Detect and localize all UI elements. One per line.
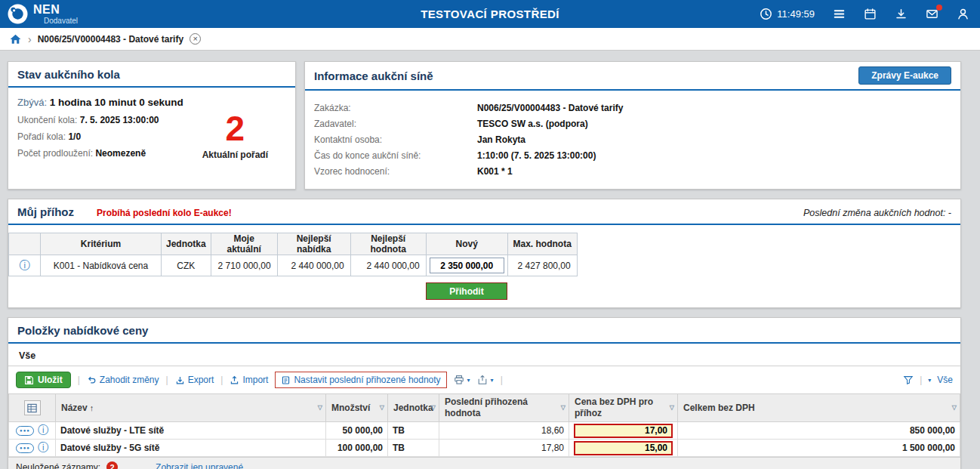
top-bar: NEN Dodavatel TESTOVACÍ PROSTŘEDÍ 11:49:… <box>0 0 980 28</box>
item-quantity: 100 000,00 <box>326 440 388 457</box>
filter-icon[interactable]: ▽ <box>380 404 384 412</box>
info-icon[interactable]: ⓘ <box>38 441 48 455</box>
info-row-room-end: Čas do konce aukční síně: 1:10:00 (7. 5.… <box>314 150 951 161</box>
messages-icon[interactable] <box>926 8 938 20</box>
share-button[interactable]: ▾ <box>477 375 494 385</box>
bid-table: Kritérium Jednotka Moje aktuální Nejlepš… <box>8 233 578 276</box>
bid-header-unit: Jednotka <box>162 233 211 255</box>
item-price-input[interactable] <box>574 441 673 455</box>
bid-table-header: Kritérium Jednotka Moje aktuální Nejlepš… <box>9 233 578 255</box>
my-bid-panel: Můj příhoz Probíhá poslední kolo E-aukce… <box>8 199 961 308</box>
nen-logo-icon[interactable] <box>8 4 28 24</box>
brand: NEN Dodavatel <box>33 4 78 25</box>
filter-icon[interactable]: ▽ <box>431 404 436 412</box>
items-toolbar: Uložit | Zahodit změny | Export | <box>8 366 960 393</box>
unsaved-records-label: Neuložené záznamy: <box>16 462 100 469</box>
brand-subtitle: Dodavatel <box>44 17 78 25</box>
save-button[interactable]: Uložit <box>16 372 71 388</box>
filter-dropdown-icon[interactable]: ▾ <box>928 377 931 384</box>
info-row-contracting-authority: Zadavatel: TESCO SW a.s. (podpora) <box>314 119 951 129</box>
share-dropdown-icon[interactable]: ▾ <box>491 377 494 384</box>
breadcrumb-item[interactable]: N006/25/V00004483 - Datové tarify <box>38 34 183 45</box>
item-name: Datové služby - LTE sítě <box>56 422 326 440</box>
col-header-total-excl-vat[interactable]: Celkem bez DPH ▽ <box>678 394 960 422</box>
column-chooser-icon[interactable] <box>24 400 41 415</box>
filter-icon[interactable]: ▽ <box>561 404 566 412</box>
auction-info-title: Informace aukční síně <box>314 69 433 82</box>
bid-header-best-offer: Nejlepší nabídka <box>277 233 350 255</box>
item-name: Datové služby - 5G sítě <box>56 440 326 457</box>
col-header-unit[interactable]: Jednotka ▽ <box>388 394 439 422</box>
session-time: 11:49:59 <box>760 8 815 20</box>
filter-all-select[interactable]: Vše <box>937 375 953 385</box>
items-table-header: Název↑ ▽ Množství ▽ Jednotka ▽ Poslední … <box>9 394 960 422</box>
environment-title: TESTOVACÍ PROSTŘEDÍ <box>421 8 559 20</box>
download-icon[interactable] <box>895 8 908 20</box>
place-bid-button[interactable]: Přihodit <box>426 282 507 300</box>
export-icon <box>175 375 185 385</box>
filter-icon[interactable]: ▽ <box>670 404 674 412</box>
items-tabs: Vše <box>8 344 960 366</box>
item-quantity: 50 000,00 <box>326 422 388 440</box>
info-row-contact-person: Kontaktní osoba: Jan Rokyta <box>314 134 951 145</box>
home-icon[interactable] <box>9 32 22 45</box>
info-icon[interactable]: ⓘ <box>38 424 48 437</box>
col-header-quantity[interactable]: Množství ▽ <box>326 394 388 422</box>
filter-builder-icon[interactable] <box>903 375 914 385</box>
bid-my-current: 2 710 000,00 <box>211 255 277 276</box>
eauction-messages-button[interactable]: Zprávy E-aukce <box>858 66 951 85</box>
brand-name: NEN <box>33 4 78 16</box>
col-header-price-excl-vat[interactable]: Cena bez DPH pro příhoz ▽ <box>569 394 678 422</box>
bid-header-new: Nový <box>426 233 507 255</box>
topbar-actions: 11:49:59 <box>760 8 969 20</box>
set-last-bid-values-button[interactable]: Nastavit poslední přihozené hodnoty <box>275 372 446 388</box>
print-button[interactable]: ▾ <box>454 375 470 385</box>
items-title: Položky nabídkové ceny <box>17 324 148 337</box>
my-bid-title: Můj příhoz <box>17 205 74 218</box>
current-rank: 2 Aktuální pořadí <box>202 113 268 160</box>
filter-icon[interactable]: ▽ <box>952 404 957 412</box>
row-actions-icon[interactable]: ●●● <box>16 426 34 436</box>
item-unit: TB <box>388 440 439 457</box>
import-icon <box>230 375 239 385</box>
export-button[interactable]: Export <box>175 375 214 385</box>
clipboard-icon <box>281 375 291 385</box>
calendar-icon[interactable] <box>864 8 877 20</box>
item-last-bid-value: 17,80 <box>439 440 569 457</box>
sort-asc-icon: ↑ <box>90 403 94 412</box>
time-remaining: Zbývá: 1 hodina 10 minut 0 sekund <box>17 97 286 108</box>
user-icon[interactable] <box>957 8 969 20</box>
row-actions-icon[interactable]: ●●● <box>16 443 34 453</box>
import-button[interactable]: Import <box>230 375 268 385</box>
unread-messages-badge <box>936 5 942 11</box>
items-panel: Položky nabídkové ceny Vše Uložit | Zaho <box>8 317 961 469</box>
print-dropdown-icon[interactable]: ▾ <box>467 377 470 384</box>
auction-state-title: Stav aukčního kola <box>17 68 120 81</box>
tab-all[interactable]: Vše <box>17 349 43 366</box>
last-round-alert: Probíhá poslední kolo E-aukce! <box>97 208 232 218</box>
col-header-last-bid-value[interactable]: Poslední přihozená hodnota ▽ <box>439 394 569 422</box>
bid-table-row: ⓘ K001 - Nabídková cena CZK 2 710 000,00… <box>9 255 578 276</box>
table-row: ●●● ⓘ Datové služby - LTE sítě 50 000,00… <box>9 422 960 440</box>
bid-best-value: 2 440 000,00 <box>350 255 426 276</box>
breadcrumb: › N006/25/V00004483 - Datové tarify × <box>0 28 980 51</box>
info-icon[interactable]: ⓘ <box>20 259 30 271</box>
new-bid-input[interactable] <box>430 258 504 273</box>
session-time-value: 11:49:59 <box>777 8 815 20</box>
filter-icon[interactable]: ▽ <box>318 404 322 412</box>
items-table: Název↑ ▽ Množství ▽ Jednotka ▽ Poslední … <box>8 393 960 457</box>
bid-header-spacer <box>9 233 41 255</box>
bid-unit: CZK <box>162 255 211 276</box>
col-header-name[interactable]: Název↑ ▽ <box>56 394 326 422</box>
bid-criterion: K001 - Nabídková cena <box>41 255 162 276</box>
discard-changes-button[interactable]: Zahodit změny <box>87 375 159 385</box>
item-total: 1 500 000,00 <box>678 440 960 457</box>
share-icon <box>477 375 488 385</box>
show-modified-only-link[interactable]: Zobrazit jen upravené <box>156 462 243 469</box>
clock-icon <box>760 8 772 20</box>
item-total: 850 000,00 <box>678 422 960 440</box>
item-price-input[interactable] <box>574 424 673 438</box>
menu-icon[interactable] <box>833 8 846 20</box>
close-tab-icon[interactable]: × <box>190 33 201 45</box>
item-last-bid-value: 18,60 <box>439 422 569 440</box>
